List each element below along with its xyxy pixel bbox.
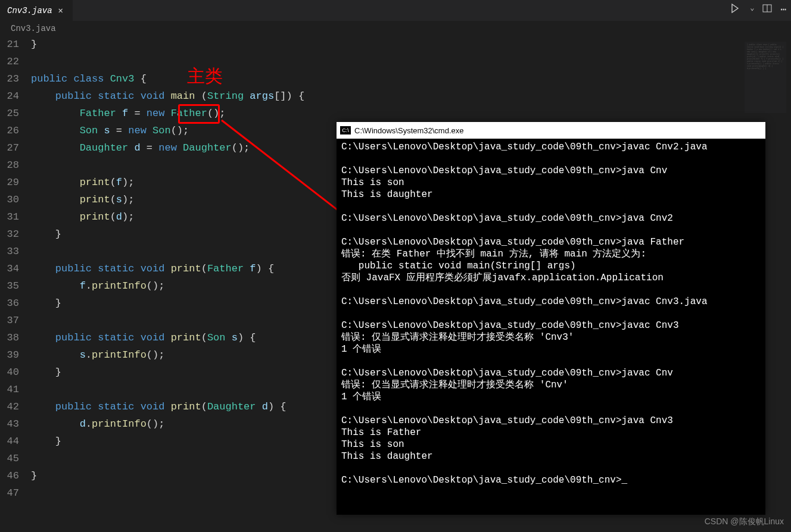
line-number: 25 — [0, 105, 19, 122]
tab-cnv3[interactable]: Cnv3.java ✕ — [0, 0, 73, 21]
line-number: 33 — [0, 243, 19, 260]
line-number: 37 — [0, 312, 19, 329]
cmd-window[interactable]: C:\ C:\Windows\System32\cmd.exe C:\Users… — [337, 122, 765, 515]
close-icon[interactable]: ✕ — [56, 6, 66, 15]
tab-filename: Cnv3.java — [7, 6, 52, 15]
line-number: 23 — [0, 70, 19, 87]
tab-bar: Cnv3.java ✕ — [0, 0, 791, 21]
line-number: 45 — [0, 450, 19, 467]
line-number: 31 — [0, 208, 19, 226]
line-number: 35 — [0, 277, 19, 295]
code-line[interactable]: } — [31, 36, 791, 53]
cmd-title-bar[interactable]: C:\ C:\Windows\System32\cmd.exe — [337, 122, 765, 139]
line-number: 24 — [0, 87, 19, 105]
line-number: 22 — [0, 53, 19, 70]
cmd-icon: C:\ — [340, 126, 351, 134]
editor-toolbar: ⌄ ⋯ — [731, 4, 786, 16]
code-line[interactable] — [31, 53, 791, 70]
minimap[interactable]: } public class Cnv3 { public static void… — [745, 42, 786, 113]
code-line[interactable]: public static void main (String args[]) … — [31, 87, 791, 105]
split-editor-icon[interactable] — [762, 4, 772, 16]
code-line[interactable]: public class Cnv3 { — [31, 70, 791, 87]
line-number: 34 — [0, 260, 19, 277]
run-icon[interactable] — [731, 4, 742, 16]
line-number: 42 — [0, 398, 19, 415]
line-number: 21 — [0, 36, 19, 53]
line-number: 40 — [0, 364, 19, 381]
more-icon[interactable]: ⋯ — [780, 4, 786, 16]
line-number: 32 — [0, 226, 19, 243]
annotation-main-box — [178, 104, 220, 124]
line-number: 29 — [0, 174, 19, 191]
watermark: CSDN @陈俊帆Linux — [705, 517, 784, 527]
line-number: 36 — [0, 295, 19, 312]
chevron-down-icon[interactable]: ⌄ — [750, 4, 754, 16]
breadcrumb-path: Cnv3.java — [11, 24, 56, 33]
code-line[interactable]: Father f = new Father(); — [31, 105, 791, 122]
line-number: 43 — [0, 415, 19, 433]
line-number: 46 — [0, 467, 19, 484]
line-number: 44 — [0, 433, 19, 450]
line-number: 27 — [0, 139, 19, 157]
line-number: 41 — [0, 381, 19, 398]
line-number: 26 — [0, 122, 19, 139]
line-number: 38 — [0, 329, 19, 346]
line-number: 47 — [0, 484, 19, 502]
cmd-body[interactable]: C:\Users\Lenovo\Desktop\java_study_code\… — [337, 139, 765, 515]
line-gutter: 2122232425262728293031323334353637383940… — [0, 36, 20, 502]
cmd-title-text: C:\Windows\System32\cmd.exe — [354, 126, 464, 135]
line-number: 30 — [0, 191, 19, 208]
breadcrumb[interactable]: Cnv3.java — [0, 21, 791, 36]
line-number: 39 — [0, 346, 19, 364]
line-number: 28 — [0, 157, 19, 174]
